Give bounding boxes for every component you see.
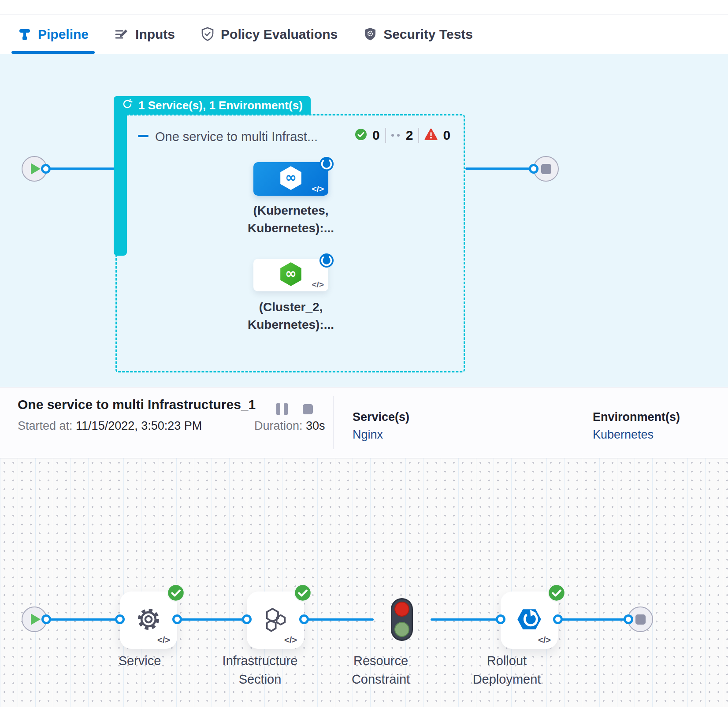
divider [385, 128, 386, 143]
step-rollout-deployment-label: Rollout Deployment [469, 651, 544, 688]
collapse-stage-icon[interactable] [138, 135, 149, 137]
pipeline-icon [18, 27, 32, 41]
success-check-icon [167, 584, 185, 604]
services-label: Service(s) [353, 410, 409, 424]
inputs-icon [114, 27, 129, 41]
warning-triangle-icon [424, 128, 438, 142]
running-spinner-icon [319, 156, 334, 174]
matrix-node-cluster2-label: (Cluster_2, Kubernetes):... [238, 298, 344, 334]
code-badge: </> [157, 635, 170, 645]
play-icon [31, 614, 41, 625]
step-canvas: </> Service </> Infrastructure Section [0, 458, 728, 707]
edge [304, 618, 374, 621]
divider [418, 128, 419, 143]
code-badge: </> [312, 184, 324, 194]
running-spinner-icon [319, 253, 334, 270]
shield-check-icon [201, 27, 215, 42]
duration-label: Duration: [254, 419, 303, 432]
started-at: Started at: 11/15/2022, 3:50:23 PM [18, 419, 202, 433]
edge [48, 618, 120, 621]
step-service-label: Service [96, 651, 184, 670]
started-at-value: 11/15/2022, 3:50:23 PM [76, 419, 202, 432]
tab-security-tests[interactable]: Security Tests [363, 15, 473, 54]
matrix-node-kubernetes[interactable]: ∞ </> [253, 162, 328, 196]
port [41, 614, 51, 624]
port [496, 614, 505, 624]
edge [558, 618, 628, 621]
divider [333, 396, 334, 449]
play-icon [31, 163, 41, 175]
stop-square-icon [541, 164, 551, 174]
matrix-node-cluster2[interactable]: ∞ </> [253, 259, 328, 291]
port [242, 614, 252, 624]
traffic-light-red-icon [394, 602, 409, 617]
tab-security-tests-label: Security Tests [383, 27, 473, 42]
pause-button[interactable] [276, 403, 288, 415]
environments-label: Environment(s) [593, 410, 680, 424]
stage-status-counts: 0 2 0 [355, 128, 450, 143]
end-node-port [529, 164, 539, 174]
gear-icon [134, 605, 163, 636]
execution-title: One service to multi Infrastructures_1 [18, 397, 256, 412]
success-count: 0 [372, 128, 380, 143]
port [115, 614, 125, 624]
port [299, 614, 309, 624]
port [553, 614, 563, 624]
success-check-icon [355, 128, 367, 142]
success-check-icon [293, 584, 312, 604]
hexagons-icon [261, 605, 290, 635]
svg-text:∞: ∞ [285, 169, 297, 185]
port [172, 614, 182, 624]
pause-icon [284, 403, 288, 415]
running-count: 2 [406, 128, 413, 143]
stage-group-badge[interactable]: 1 Service(s), 1 Environment(s) [114, 96, 311, 115]
tab-inputs[interactable]: Inputs [114, 15, 175, 54]
code-badge: </> [284, 635, 297, 645]
duration: Duration: 30s [254, 419, 325, 433]
success-check-icon [547, 584, 566, 604]
stop-square-icon [635, 614, 646, 625]
step-resource-constraint[interactable] [391, 598, 413, 641]
tab-pipeline-label: Pipeline [38, 27, 89, 42]
harness-hexagon-icon: ∞ [279, 165, 303, 193]
tab-pipeline[interactable]: Pipeline [18, 15, 89, 54]
running-dots-icon [391, 134, 400, 137]
start-node-port [41, 164, 51, 174]
stage-graph: 1 Service(s), 1 Environment(s) One servi… [0, 54, 728, 387]
shield-gear-icon [363, 27, 377, 42]
edge [177, 618, 247, 621]
environment-link-kubernetes[interactable]: Kubernetes [593, 428, 654, 442]
edge [431, 618, 501, 621]
edge-start-to-stage [48, 167, 116, 170]
service-link-nginx[interactable]: Nginx [353, 428, 383, 442]
tab-policy-evaluations-label: Policy Evaluations [221, 27, 338, 42]
port [624, 614, 633, 624]
loop-icon [122, 98, 133, 113]
step-resource-constraint-label: Resource Constraint [343, 651, 418, 688]
started-at-label: Started at: [18, 419, 73, 432]
code-badge: </> [538, 635, 551, 645]
tab-bar: Pipeline Inputs Policy Evaluations [0, 15, 728, 54]
failed-count: 0 [443, 128, 450, 143]
matrix-node-kubernetes-label: (Kubernetes, Kubernetes):... [238, 202, 344, 237]
tab-inputs-label: Inputs [135, 27, 175, 42]
step-infrastructure-section-label: Infrastructure Section [207, 651, 313, 688]
stage-group-badge-label: 1 Service(s), 1 Environment(s) [138, 99, 303, 112]
harness-hexagon-icon: ∞ [279, 261, 303, 289]
top-strip [0, 0, 728, 15]
edge-stage-to-end [465, 167, 531, 170]
stage-group-strip [114, 96, 127, 256]
svg-text:∞: ∞ [285, 265, 297, 281]
execution-info-bar: One service to multi Infrastructures_1 S… [0, 387, 728, 458]
code-badge: </> [312, 280, 324, 290]
pause-icon [276, 403, 280, 415]
stop-button[interactable] [303, 404, 313, 414]
duration-value: 30s [306, 419, 325, 432]
stage-group-box [115, 114, 465, 372]
tab-policy-evaluations[interactable]: Policy Evaluations [201, 15, 338, 54]
traffic-light-green-icon [394, 622, 409, 637]
stage-title[interactable]: One service to multi Infrast... [155, 130, 318, 144]
rollout-hexagon-icon [515, 606, 544, 635]
